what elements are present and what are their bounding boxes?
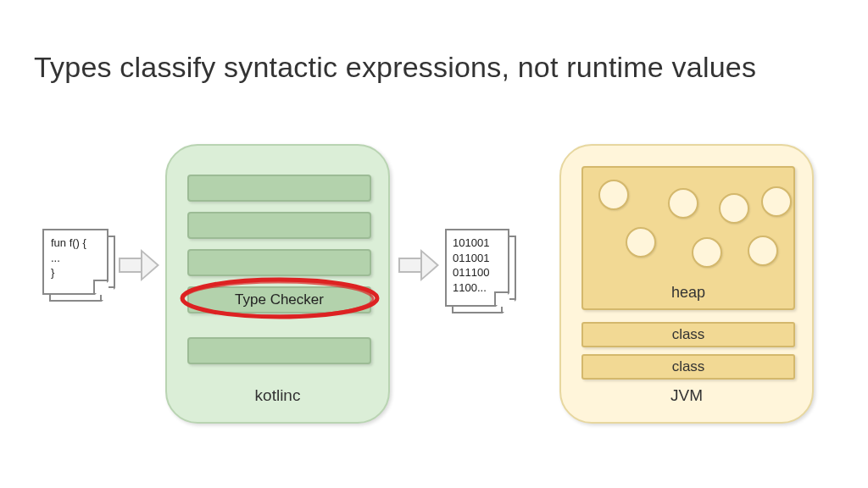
compiler-stage	[187, 337, 371, 364]
heap-object-icon	[748, 236, 778, 266]
arrow-icon	[398, 252, 439, 278]
heap-box: heap	[581, 166, 795, 310]
bytecode-file: 101001 011001 011100 1100...	[445, 229, 521, 313]
source-line: fun f() {	[51, 236, 100, 251]
source-file-front: fun f() { ... }	[42, 229, 108, 295]
compiler-stage	[187, 212, 371, 239]
kotlinc-label: kotlinc	[167, 386, 388, 405]
kotlinc-container: Type Checker kotlinc	[165, 144, 390, 424]
slide-title: Types classify syntactic expressions, no…	[34, 51, 834, 84]
source-line: }	[51, 265, 100, 280]
compiler-stage	[187, 249, 371, 276]
heap-object-icon	[719, 193, 749, 224]
bytecode-file-front: 101001 011001 011100 1100...	[445, 229, 509, 307]
jvm-container: heap class class JVM	[559, 144, 814, 424]
heap-object-icon	[626, 227, 656, 258]
heap-label: heap	[583, 284, 793, 302]
class-box: class	[581, 322, 795, 347]
heap-object-icon	[598, 180, 629, 210]
heap-object-icon	[761, 186, 792, 217]
type-checker-stage: Type Checker	[187, 286, 371, 313]
source-line: ...	[51, 251, 100, 266]
class-box: class	[581, 354, 795, 380]
compiler-stage	[187, 175, 371, 202]
source-file: fun f() { ... }	[42, 229, 119, 305]
jvm-label: JVM	[561, 386, 812, 405]
bytecode-line: 101001	[453, 236, 502, 251]
bytecode-line: 011001	[453, 251, 502, 266]
heap-object-icon	[668, 188, 698, 219]
bytecode-line: 011100	[453, 265, 502, 280]
arrow-icon	[119, 252, 159, 278]
heap-object-icon	[692, 237, 722, 268]
diagram: fun f() { ... } Type Checker kotlinc 101…	[0, 144, 868, 432]
